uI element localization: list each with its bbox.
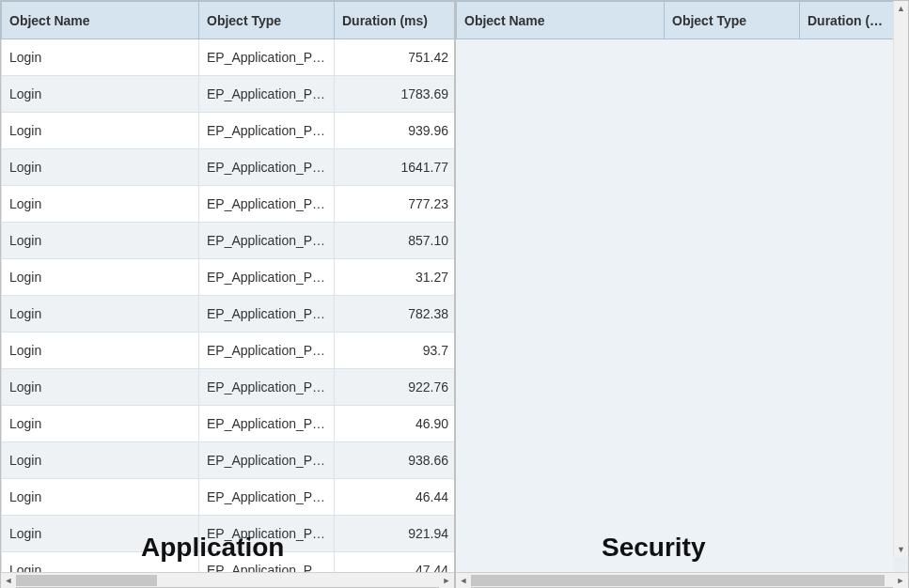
scroll-thumb[interactable] (471, 575, 885, 586)
cell-object-type: EP_Application_Pr... (199, 76, 335, 113)
cell-duration: 47.44 (335, 552, 455, 573)
cell-object-name: Login (2, 259, 199, 296)
cell-object-type: EP_Application_Pr... (199, 479, 335, 516)
table-row[interactable]: LoginEP_Application_Pr...46.44 (2, 479, 455, 516)
col-header-object-type[interactable]: Object Type (665, 2, 800, 39)
scroll-track[interactable] (16, 573, 439, 587)
left-panel: Object Name Object Type Duration (ms) Lo… (0, 0, 455, 588)
cell-duration: 31.27 (335, 259, 455, 296)
col-header-object-name[interactable]: Object Name (457, 2, 665, 39)
cell-object-name: Login (2, 369, 199, 406)
scroll-right-icon[interactable]: ► (893, 573, 908, 588)
table-row[interactable]: LoginEP_Application_Pr...47.44 (2, 552, 455, 573)
right-vertical-scrollbar[interactable]: ▲ ▼ (893, 1, 908, 557)
right-table-container: Object Name Object Type Duration (ms ▲ ▼ (456, 1, 908, 572)
cell-object-type: EP_Application_Pr... (199, 333, 335, 369)
cell-object-type: EP_Application_Pr... (199, 39, 335, 76)
table-row[interactable]: LoginEP_Application_Pr...751.42 (2, 39, 455, 76)
cell-duration: 751.42 (335, 39, 455, 76)
scroll-left-icon[interactable]: ◄ (1, 573, 16, 588)
scroll-right-icon[interactable]: ► (439, 573, 454, 588)
scroll-down-icon[interactable]: ▼ (894, 542, 909, 557)
cell-duration: 921.94 (335, 516, 455, 552)
scroll-thumb[interactable] (16, 575, 157, 586)
cell-object-name: Login (2, 76, 199, 113)
cell-duration: 46.90 (335, 406, 455, 442)
table-row[interactable]: LoginEP_Application_Pr...777.23 (2, 186, 455, 223)
cell-duration: 1641.77 (335, 149, 455, 186)
col-header-duration[interactable]: Duration (ms) (335, 2, 455, 39)
table-row[interactable]: LoginEP_Application_Pr...46.90 (2, 406, 455, 442)
table-row[interactable]: LoginEP_Application_Pr...93.7 (2, 333, 455, 369)
cell-duration: 922.76 (335, 369, 455, 406)
cell-object-type: EP_Application_Pr... (199, 296, 335, 333)
left-table-container: Object Name Object Type Duration (ms) Lo… (1, 1, 454, 572)
cell-object-type: EP_Application_Pr... (199, 552, 335, 573)
table-row[interactable]: LoginEP_Application_Pr...857.10 (2, 223, 455, 259)
table-row[interactable]: LoginEP_Application_Pr...938.66 (2, 442, 455, 479)
right-empty-body (456, 39, 893, 572)
cell-object-name: Login (2, 333, 199, 369)
cell-duration: 777.23 (335, 186, 455, 223)
right-table: Object Name Object Type Duration (ms (456, 1, 894, 39)
left-table: Object Name Object Type Duration (ms) Lo… (1, 1, 454, 572)
cell-object-type: EP_Application_Pr... (199, 442, 335, 479)
left-horizontal-scrollbar[interactable]: ◄ ► (1, 572, 454, 587)
cell-object-name: Login (2, 149, 199, 186)
cell-duration: 46.44 (335, 479, 455, 516)
cell-duration: 938.66 (335, 442, 455, 479)
scroll-up-icon[interactable]: ▲ (894, 1, 909, 16)
cell-object-name: Login (2, 406, 199, 442)
cell-object-name: Login (2, 442, 199, 479)
cell-duration: 782.38 (335, 296, 455, 333)
left-header-row: Object Name Object Type Duration (ms) (2, 2, 455, 39)
cell-object-type: EP_Application_Pr... (199, 223, 335, 259)
cell-object-type: EP_Application_Pr... (199, 186, 335, 223)
table-row[interactable]: LoginEP_Application_Pr...31.27 (2, 259, 455, 296)
scroll-left-icon[interactable]: ◄ (456, 573, 471, 588)
cell-duration: 1783.69 (335, 76, 455, 113)
cell-object-type: EP_Application_Pr... (199, 406, 335, 442)
cell-duration: 939.96 (335, 113, 455, 149)
table-row[interactable]: LoginEP_Application_Pr...939.96 (2, 113, 455, 149)
right-panel: Object Name Object Type Duration (ms ▲ ▼… (455, 0, 909, 588)
cell-object-name: Login (2, 223, 199, 259)
cell-object-type: EP_Application_Pr... (199, 149, 335, 186)
table-row[interactable]: LoginEP_Application_Pr...782.38 (2, 296, 455, 333)
table-row[interactable]: LoginEP_Application_Pr...1783.69 (2, 76, 455, 113)
table-row[interactable]: LoginEP_Application_Pr...921.94 (2, 516, 455, 552)
cell-object-type: EP_Application_Pr... (199, 259, 335, 296)
cell-object-name: Login (2, 552, 199, 573)
cell-object-name: Login (2, 39, 199, 76)
cell-duration: 93.7 (335, 333, 455, 369)
table-row[interactable]: LoginEP_Application_Pr...922.76 (2, 369, 455, 406)
cell-object-type: EP_Application_Pr... (199, 113, 335, 149)
col-header-duration[interactable]: Duration (ms (800, 2, 894, 39)
cell-object-name: Login (2, 516, 199, 552)
col-header-object-type[interactable]: Object Type (199, 2, 335, 39)
cell-object-name: Login (2, 296, 199, 333)
cell-object-name: Login (2, 186, 199, 223)
col-header-object-name[interactable]: Object Name (2, 2, 199, 39)
cell-duration: 857.10 (335, 223, 455, 259)
right-header-row: Object Name Object Type Duration (ms (457, 2, 894, 39)
cell-object-type: EP_Application_Pr... (199, 369, 335, 406)
right-horizontal-scrollbar[interactable]: ◄ ► (456, 572, 908, 587)
scroll-track[interactable] (471, 573, 893, 587)
cell-object-type: EP_Application_Pr... (199, 516, 335, 552)
cell-object-name: Login (2, 479, 199, 516)
table-row[interactable]: LoginEP_Application_Pr...1641.77 (2, 149, 455, 186)
cell-object-name: Login (2, 113, 199, 149)
